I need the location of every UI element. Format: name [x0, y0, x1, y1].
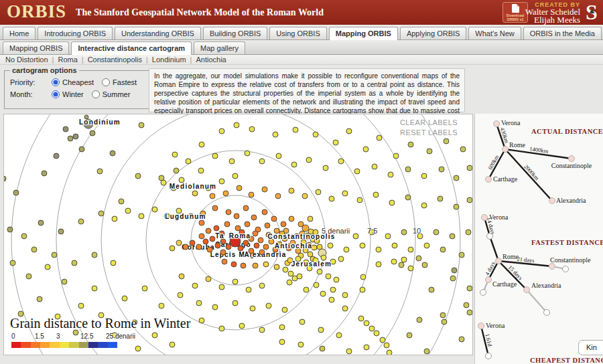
city-dot[interactable]: [210, 193, 215, 199]
city-dot[interactable]: [249, 248, 254, 254]
city-dot[interactable]: [328, 243, 333, 248]
city-dot[interactable]: [237, 185, 242, 191]
link-antiochia[interactable]: Antiochia: [196, 56, 226, 64]
city-dot[interactable]: [360, 287, 365, 292]
city-dot[interactable]: [196, 244, 202, 250]
radio-input-fastest[interactable]: [102, 78, 110, 86]
map-tooltip[interactable]: Kin: [578, 340, 603, 355]
city-dot[interactable]: [373, 192, 379, 197]
city-dot[interactable]: [320, 346, 325, 351]
city-dot[interactable]: [250, 306, 255, 311]
city-dot[interactable]: [214, 225, 219, 231]
city-dot[interactable]: [306, 242, 312, 248]
city-dot[interactable]: [283, 267, 288, 272]
city-dot[interactable]: [282, 307, 287, 312]
city-dot[interactable]: [196, 300, 202, 306]
city-dot[interactable]: [139, 122, 144, 128]
city-dot[interactable]: [26, 274, 31, 279]
city-dot[interactable]: [421, 173, 427, 179]
city-dot[interactable]: [459, 337, 464, 342]
city-dot[interactable]: [323, 165, 328, 171]
city-dot[interactable]: [385, 234, 391, 239]
city-dot[interactable]: [212, 205, 218, 211]
city-dot[interactable]: [274, 228, 279, 234]
radio-input-winter[interactable]: [52, 90, 60, 98]
city-dot[interactable]: [92, 286, 97, 291]
city-dot[interactable]: [262, 209, 267, 215]
city-dot[interactable]: [342, 306, 348, 311]
tab-orbis-in-the-media[interactable]: ORBIS in the Media: [523, 27, 602, 39]
city-dot[interactable]: [452, 268, 457, 273]
city-dot[interactable]: [334, 277, 339, 282]
city-dot[interactable]: [220, 250, 226, 255]
city-dot[interactable]: [119, 199, 124, 204]
city-dot[interactable]: [405, 167, 411, 172]
city-dot[interactable]: [317, 269, 322, 274]
city-dot[interactable]: [330, 259, 336, 264]
city-dot[interactable]: [294, 234, 299, 239]
city-dot[interactable]: [424, 349, 429, 354]
city-dot[interactable]: [314, 282, 319, 288]
city-dot[interactable]: [222, 259, 227, 264]
radio-summer[interactable]: Summer: [92, 90, 131, 98]
city-dot[interactable]: [135, 346, 141, 351]
city-dot[interactable]: [387, 350, 392, 355]
city-dot[interactable]: [317, 244, 322, 250]
city-dot[interactable]: [219, 326, 224, 331]
city-dot[interactable]: [229, 159, 234, 164]
city-dot[interactable]: [219, 231, 224, 236]
city-dot[interactable]: [262, 187, 267, 192]
city-dot[interactable]: [372, 164, 377, 169]
city-dot[interactable]: [203, 239, 208, 244]
city-dot[interactable]: [376, 247, 381, 252]
city-dot[interactable]: [290, 240, 295, 246]
city-dot[interactable]: [232, 173, 238, 179]
tab-mapping-orbis[interactable]: Mapping ORBIS: [3, 41, 69, 54]
radio-cheapest[interactable]: Cheapest: [52, 78, 94, 86]
city-dot[interactable]: [234, 122, 239, 128]
city-dot[interactable]: [192, 191, 198, 196]
city-dot[interactable]: [259, 327, 265, 333]
city-dot[interactable]: [407, 333, 412, 338]
city-dot[interactable]: [253, 231, 258, 236]
city-dot[interactable]: [313, 230, 318, 235]
city-dot[interactable]: [279, 339, 285, 345]
city-dot[interactable]: [135, 173, 141, 179]
city-dot[interactable]: [358, 316, 364, 321]
city-dot[interactable]: [176, 208, 182, 213]
city-dot[interactable]: [92, 252, 97, 258]
city-dot[interactable]: [239, 323, 245, 329]
city-dot[interactable]: [170, 342, 175, 347]
city-dot[interactable]: [186, 159, 191, 164]
city-dot[interactable]: [467, 165, 472, 171]
city-dot[interactable]: [249, 236, 254, 242]
city-dot[interactable]: [374, 331, 379, 336]
city-dot[interactable]: [79, 147, 84, 152]
city-dot[interactable]: [199, 142, 204, 147]
city-dot[interactable]: [363, 147, 368, 152]
city-dot[interactable]: [139, 213, 144, 219]
city-dot[interactable]: [246, 287, 251, 292]
city-dot[interactable]: [243, 240, 249, 246]
city-dot[interactable]: [467, 310, 472, 315]
city-dot[interactable]: [392, 243, 397, 248]
city-dot[interactable]: [438, 196, 443, 201]
link-roma[interactable]: Roma: [58, 56, 77, 64]
city-dot[interactable]: [178, 292, 183, 298]
city-dot[interactable]: [439, 167, 444, 172]
city-dot[interactable]: [98, 211, 104, 216]
city-dot[interactable]: [179, 274, 184, 279]
city-dot[interactable]: [219, 179, 224, 184]
city-dot[interactable]: [90, 130, 95, 136]
city-dot[interactable]: [417, 317, 422, 323]
city-dot[interactable]: [37, 296, 42, 302]
city-dot[interactable]: [460, 147, 466, 152]
city-dot[interactable]: [408, 266, 413, 271]
city-dot[interactable]: [364, 321, 369, 326]
city-dot[interactable]: [275, 193, 281, 199]
city-dot[interactable]: [245, 221, 250, 227]
city-dot[interactable]: [274, 264, 279, 270]
city-dot[interactable]: [212, 153, 218, 159]
radio-input-cheapest[interactable]: [52, 78, 60, 86]
radio-input-summer[interactable]: [92, 90, 100, 98]
